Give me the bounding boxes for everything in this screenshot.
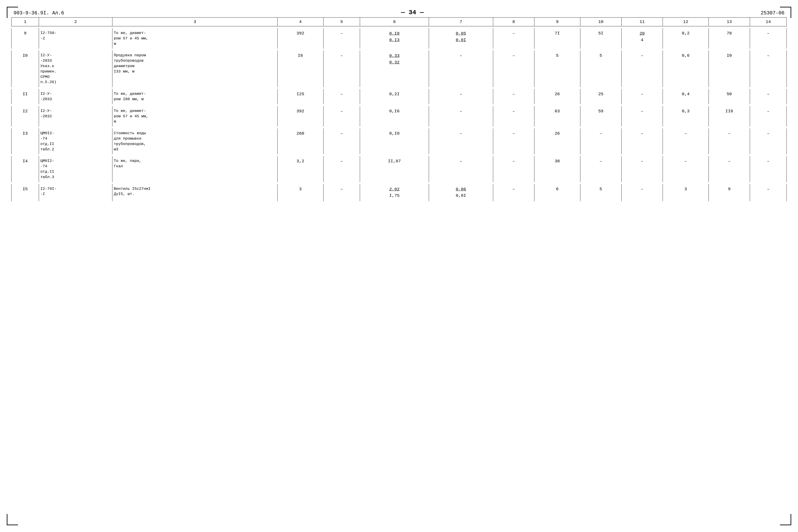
row15-col7-bot: 0,0I (456, 192, 466, 199)
row10-num: I0 (12, 51, 39, 87)
corner-mark-tr (780, 7, 791, 18)
row11-desc: То же, диамет- ром I08 мм, м (112, 89, 277, 104)
row15-col8: – (493, 184, 534, 201)
row11-col6: 0,2I (360, 89, 429, 104)
row13-col11: – (621, 128, 663, 154)
col-header-12: 12 (663, 18, 709, 26)
row13-col7: – (429, 128, 493, 154)
row9-col6: 0,I8 0,I3 (360, 28, 429, 49)
row11-col8: – (493, 89, 534, 104)
row13-col5: – (323, 128, 360, 154)
row15-col6-top: 2,02 (389, 186, 400, 193)
row12-code: I2-У- -2032 (39, 106, 112, 127)
corner-mark-bl (7, 514, 18, 525)
row9-desc: То же, диамет- ром 57 и 45 мм, м (112, 28, 277, 49)
row12-col14: – (750, 106, 787, 127)
row10-col4: I6 (277, 51, 323, 87)
row10-col9: 5 (534, 51, 580, 87)
row15-num: I5 (12, 184, 39, 201)
row9-col11-bot: 4 (641, 37, 643, 43)
page-header: 903-9-36.9I. Ал.6 — 34 — 25307-06 (11, 9, 787, 16)
spacer-row-3 (12, 104, 787, 106)
row12-desc: То же, диамет- ром 57 и 45 мм, м (112, 106, 277, 127)
row11-col7: – (429, 89, 493, 104)
row9-num: 9 (12, 28, 39, 49)
row12-col11: – (621, 106, 663, 127)
spacer-row-6 (12, 182, 787, 184)
row14-col12: – (663, 156, 709, 182)
table-row: I4 ЦМ0I2- -74 отд.II табл.3 То же, пара,… (12, 156, 787, 182)
table-row: 9 I2-758- -2 То же, диамет- ром 57 и 45 … (12, 28, 787, 49)
row15-col10: 5 (580, 184, 621, 201)
row15-col6-bot: I,75 (389, 192, 400, 199)
col-header-8: 8 (493, 18, 534, 26)
col-header-1: 1 (12, 18, 39, 26)
col-header-13: 13 (708, 18, 750, 26)
row14-col6: II,87 (360, 156, 429, 182)
row12-col10: 59 (580, 106, 621, 127)
row13-col6: 0,I0 (360, 128, 429, 154)
row11-col9: 26 (534, 89, 580, 104)
row13-col10: – (580, 128, 621, 154)
row14-col14: – (750, 156, 787, 182)
row9-col9: 7I (534, 28, 580, 49)
row9-col7-top: 0,05 (456, 31, 466, 37)
row11-col14: – (750, 89, 787, 104)
corner-mark-tl (7, 7, 18, 18)
row10-desc: Продувка паром трубопроводов диаметром I… (112, 51, 277, 87)
row13-col8: – (493, 128, 534, 154)
col-header-5: 5 (323, 18, 360, 26)
row13-col9: 26 (534, 128, 580, 154)
row10-col6-bot: 0,32 (389, 59, 400, 66)
row11-col11: – (621, 89, 663, 104)
row9-col14: – (750, 28, 787, 49)
row13-col4: 260 (277, 128, 323, 154)
row15-col9: 6 (534, 184, 580, 201)
spacer-row-4 (12, 127, 787, 128)
row9-col7-bot: 0,0I (456, 37, 466, 43)
header-left-text: 903-9-36.9I. Ал.6 (14, 11, 64, 16)
row15-col11: – (621, 184, 663, 201)
row13-code: ЦМ0I2- -74 отд.II табл.2 (39, 128, 112, 154)
col-header-14: 14 (750, 18, 787, 26)
row10-code: I2-У- -2033 Указ.к примен. СРМО п.5.26) (39, 51, 112, 87)
spacer-row-5 (12, 154, 787, 156)
table-row: I2 I2-У- -2032 То же, диамет- ром 57 и 4… (12, 106, 787, 127)
row14-col7: – (429, 156, 493, 182)
row9-col11-top: 20 (639, 31, 645, 37)
row9-col5: – (323, 28, 360, 49)
col-header-2: 2 (39, 18, 112, 26)
row12-col9: 63 (534, 106, 580, 127)
row10-col6: 0,33 0,32 (360, 51, 429, 87)
row9-col7: 0,05 0,0I (429, 28, 493, 49)
row14-col5: – (323, 156, 360, 182)
main-table: 1 2 3 4 5 6 7 8 9 10 11 12 13 14 (11, 17, 787, 208)
row9-col4: 392 (277, 28, 323, 49)
row13-num: I3 (12, 128, 39, 154)
col-header-6: 6 (360, 18, 429, 26)
row9-col12: 0,2 (663, 28, 709, 49)
row11-col10: 25 (580, 89, 621, 104)
row15-col13: 9 (708, 184, 750, 201)
row11-num: II (12, 89, 39, 104)
row9-col11: 20 4 (621, 28, 663, 49)
row9-col8: – (493, 28, 534, 49)
col-header-10: 10 (580, 18, 621, 26)
row14-col9: 38 (534, 156, 580, 182)
row15-col5: – (323, 184, 360, 201)
row10-col5: – (323, 51, 360, 87)
row10-col7: – (429, 51, 493, 87)
col-header-11: 11 (621, 18, 663, 26)
row15-desc: Вентиль I5с27нжI ДуI5, шт. (112, 184, 277, 201)
row14-col11: – (621, 156, 663, 182)
row9-col6-top: 0,I8 (389, 31, 400, 37)
col-header-9: 9 (534, 18, 580, 26)
row14-col4: 3,2 (277, 156, 323, 182)
row15-col6: 2,02 I,75 (360, 184, 429, 201)
row13-col13: – (708, 128, 750, 154)
row15-col12: 3 (663, 184, 709, 201)
row10-col6-top: 0,33 (389, 53, 400, 59)
col-header-4: 4 (277, 18, 323, 26)
row9-code: I2-758- -2 (39, 28, 112, 49)
row14-num: I4 (12, 156, 39, 182)
